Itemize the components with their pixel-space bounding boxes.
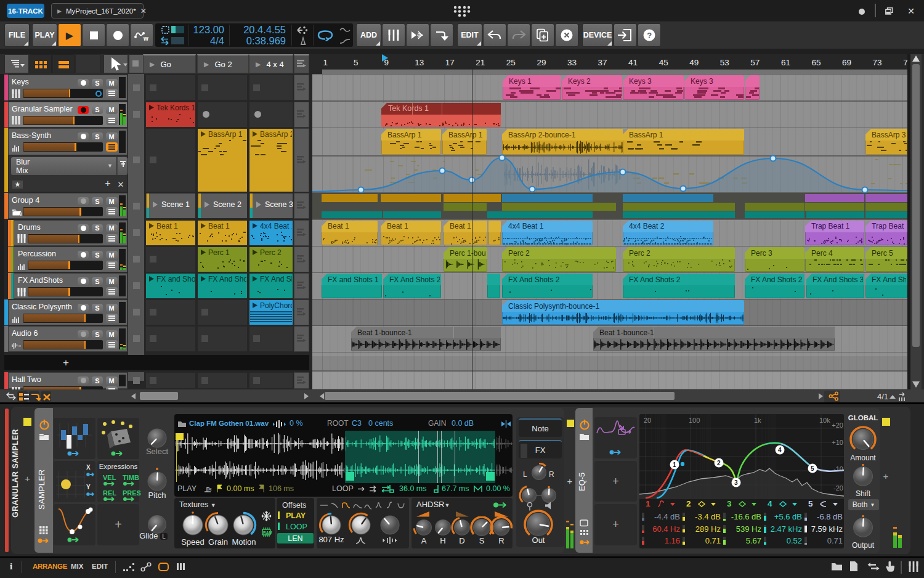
svg-text:w: w	[143, 35, 148, 42]
svg-text:X: X	[86, 464, 91, 471]
svg-text:4: 4	[778, 447, 782, 454]
svg-text:R: R	[208, 487, 212, 492]
svg-text:3: 3	[734, 479, 738, 486]
svg-text:2: 2	[717, 460, 721, 466]
svg-text:?: ?	[647, 31, 652, 40]
svg-text:Y: Y	[86, 484, 91, 490]
svg-text:RAM: RAM	[263, 531, 272, 535]
svg-text:1: 1	[673, 462, 676, 468]
svg-text:5: 5	[811, 465, 814, 472]
